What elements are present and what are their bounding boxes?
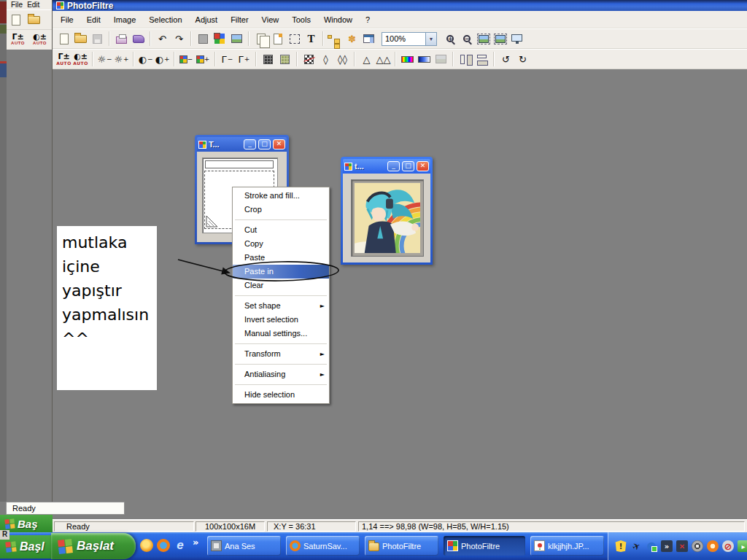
context-item-hide-selection[interactable]: Hide selection	[233, 388, 329, 402]
close-button[interactable]: ✕	[417, 161, 429, 171]
brightness-plus-icon[interactable]: ☼+	[113, 51, 130, 67]
close-button[interactable]: ✕	[273, 139, 285, 149]
photofiltre-quicklaunch-icon[interactable]	[140, 539, 153, 552]
rotate-right-icon[interactable]: ↻	[514, 51, 531, 67]
context-item-set-shape[interactable]: Set shape►	[233, 299, 329, 313]
menu-file[interactable]: File	[54, 13, 80, 26]
sharpen-more-icon[interactable]: △△	[375, 51, 392, 67]
dropdown-arrow-icon[interactable]: ▼	[425, 33, 436, 45]
saturation-plus-icon[interactable]: +	[195, 51, 212, 67]
menu-filter[interactable]: Filter	[224, 13, 255, 26]
security-alert-icon[interactable]: !	[615, 540, 627, 552]
scan-icon[interactable]	[130, 31, 147, 47]
menu-view[interactable]: View	[255, 13, 286, 26]
taskbar-button-photofiltre[interactable]: PhotoFiltre	[365, 536, 438, 556]
menu-image[interactable]: Image	[107, 13, 143, 26]
auto-contrast-icon[interactable]: ◐±AUTO	[72, 51, 89, 67]
bg-menu-file[interactable]: File	[11, 1, 23, 9]
maximize-button[interactable]: □	[402, 161, 414, 171]
selection-mode-icon[interactable]	[286, 31, 303, 47]
mosaic-light-icon[interactable]	[276, 51, 293, 67]
image-properties-icon[interactable]	[228, 31, 245, 47]
network-disconnected-icon[interactable]: ✕	[676, 540, 688, 552]
context-item-antialiasing[interactable]: Antialiasing►	[233, 368, 329, 381]
bg-open-icon[interactable]	[28, 16, 40, 24]
menu-selection[interactable]: Selection	[142, 13, 188, 26]
contrast-plus-icon[interactable]: ◐+	[154, 51, 171, 67]
gamma-plus-icon[interactable]: Γ+	[236, 51, 252, 67]
menu-edit[interactable]: Edit	[80, 13, 107, 26]
taskbar-button-saturnsav[interactable]: SaturnSav...	[286, 536, 360, 556]
zoom-level-select[interactable]: 100%▼	[382, 32, 437, 46]
fit-image-icon[interactable]	[475, 31, 492, 47]
new-icon[interactable]	[55, 31, 72, 47]
context-item-invert-selection[interactable]: Invert selection	[233, 313, 329, 327]
rotate-left-icon[interactable]: ↺	[498, 51, 514, 67]
gradient-icon[interactable]	[416, 51, 433, 67]
full-screen-icon[interactable]	[508, 31, 525, 47]
flip-horizontal-icon[interactable]	[457, 51, 473, 67]
start-button[interactable]: Başlat	[51, 533, 136, 559]
menu-window[interactable]: Window	[317, 13, 359, 26]
image-size-icon[interactable]	[195, 31, 212, 47]
text-tool-icon[interactable]: T	[303, 31, 320, 47]
image-window-titlebar[interactable]: T... _ □ ✕	[197, 137, 287, 152]
brightness-minus-icon[interactable]: ☼−	[96, 51, 113, 67]
bg-auto-contrast-button[interactable]: ◐±AUTO	[30, 31, 50, 48]
messenger-status-icon[interactable]: ☻	[646, 540, 657, 552]
blur-icon[interactable]: ◊	[317, 51, 334, 67]
blocked-device-icon[interactable]: ⊘	[722, 540, 734, 552]
color-palette-icon[interactable]	[212, 31, 228, 47]
updater-icon[interactable]	[707, 540, 719, 552]
photofiltre-titlebar[interactable]: PhotoFiltre	[53, 0, 747, 11]
internet-explorer-quicklaunch-icon[interactable]: e	[174, 539, 187, 552]
sharpen-icon[interactable]: △	[358, 51, 375, 67]
auto-levels-icon[interactable]: Γ±AUTO	[55, 51, 72, 67]
taskbar-button-ana-ses[interactable]: Ana Ses	[207, 536, 281, 556]
anime-picture[interactable]	[355, 183, 420, 253]
explorer-icon[interactable]	[327, 31, 344, 47]
menu-[interactable]: ?	[359, 13, 376, 26]
maximize-button[interactable]: □	[258, 139, 271, 149]
transparency-icon[interactable]	[301, 51, 317, 67]
minimize-button[interactable]: _	[244, 139, 256, 149]
redo-icon[interactable]: ↷	[171, 31, 187, 47]
gamma-minus-icon[interactable]: Γ−	[219, 51, 236, 67]
plugins-icon[interactable]: ✽	[344, 31, 360, 47]
image-window-t2[interactable]: t... _ □ ✕	[341, 157, 433, 265]
bg-auto-levels-button[interactable]: Γ±AUTO	[8, 31, 28, 48]
open-icon[interactable]	[72, 31, 89, 47]
photomask-icon[interactable]	[433, 51, 449, 67]
tool-palette-icon[interactable]	[360, 31, 377, 47]
menu-tools[interactable]: Tools	[285, 13, 317, 26]
context-item-copy[interactable]: Copy	[233, 237, 329, 251]
fit-window-icon[interactable]	[492, 31, 508, 47]
hue-variation-icon[interactable]	[399, 51, 416, 67]
undo-icon[interactable]: ↶	[154, 31, 171, 47]
cd-burner-icon[interactable]	[692, 540, 703, 552]
save-icon[interactable]	[89, 31, 106, 47]
taskbar-button-klkjjhjh-jp[interactable]: klkjjhjh.JP...	[530, 536, 604, 556]
saturation-minus-icon[interactable]: −	[178, 51, 195, 67]
flip-vertical-icon[interactable]	[473, 51, 490, 67]
removable-device-icon[interactable]: ▸	[738, 540, 747, 552]
duplicate-image-icon[interactable]	[252, 31, 269, 47]
zoom-in-icon[interactable]: +	[441, 31, 458, 47]
menu-adjust[interactable]: Adjust	[189, 13, 225, 26]
paste-as-new-image-icon[interactable]	[269, 31, 286, 47]
context-item-manual-settings[interactable]: Manual settings...	[233, 327, 329, 341]
print-icon[interactable]	[113, 31, 130, 47]
context-item-cut[interactable]: Cut	[233, 223, 329, 237]
launcher-rocket-icon[interactable]: ✈	[628, 538, 643, 553]
image-window-titlebar[interactable]: t... _ □ ✕	[343, 159, 430, 174]
bg-new-icon[interactable]	[12, 15, 20, 26]
zoom-out-icon[interactable]: −	[458, 31, 475, 47]
context-item-transform[interactable]: Transform►	[233, 347, 329, 361]
minimize-button[interactable]: _	[387, 161, 400, 171]
context-item-stroke-and-fill[interactable]: Stroke and fill...	[233, 189, 329, 203]
chevron-more-icon[interactable]: »	[193, 537, 198, 548]
bg-menu-edit[interactable]: Edit	[27, 1, 39, 9]
blur-more-icon[interactable]: ◊◊	[334, 51, 351, 67]
taskbar-button-photofiltre[interactable]: PhotoFiltre	[444, 536, 525, 556]
firefox-quicklaunch-icon[interactable]	[157, 539, 170, 552]
